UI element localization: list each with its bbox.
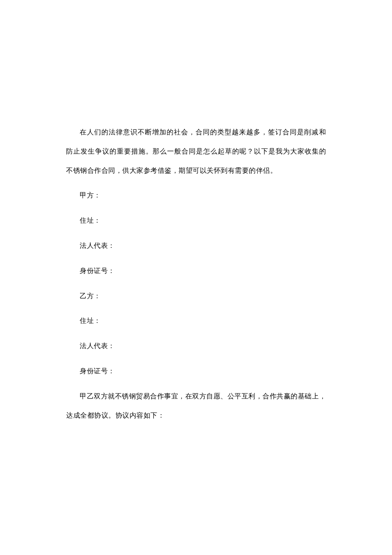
spacer: [66, 180, 326, 186]
party-b-label: 乙方：: [66, 287, 326, 306]
party-a-address: 住址：: [66, 211, 326, 230]
spacer: [66, 256, 326, 262]
party-b-id-number: 身份证号：: [66, 362, 326, 381]
agreement-paragraph: 甲乙双方就不锈钢贸易合作事宜，在双方自愿、公平互利，合作共赢的基础上， 达成全都…: [66, 387, 326, 425]
spacer: [66, 331, 326, 337]
spacer: [66, 356, 326, 362]
spacer: [66, 205, 326, 211]
spacer: [66, 230, 326, 236]
document-content: 在人们的法律意识不断增加的社会，合同的类型越来越多，签订合同是削减和 防止发生争…: [66, 123, 326, 425]
party-b-address: 住址：: [66, 311, 326, 331]
spacer: [66, 281, 326, 287]
party-b-legal-rep: 法人代表：: [66, 337, 326, 356]
spacer: [66, 381, 326, 387]
party-a-id-number: 身份证号：: [66, 262, 326, 281]
spacer: [66, 305, 326, 311]
party-a-legal-rep: 法人代表：: [66, 236, 326, 256]
party-a-label: 甲方：: [66, 186, 326, 205]
intro-paragraph: 在人们的法律意识不断增加的社会，合同的类型越来越多，签订合同是削减和 防止发生争…: [66, 123, 326, 180]
